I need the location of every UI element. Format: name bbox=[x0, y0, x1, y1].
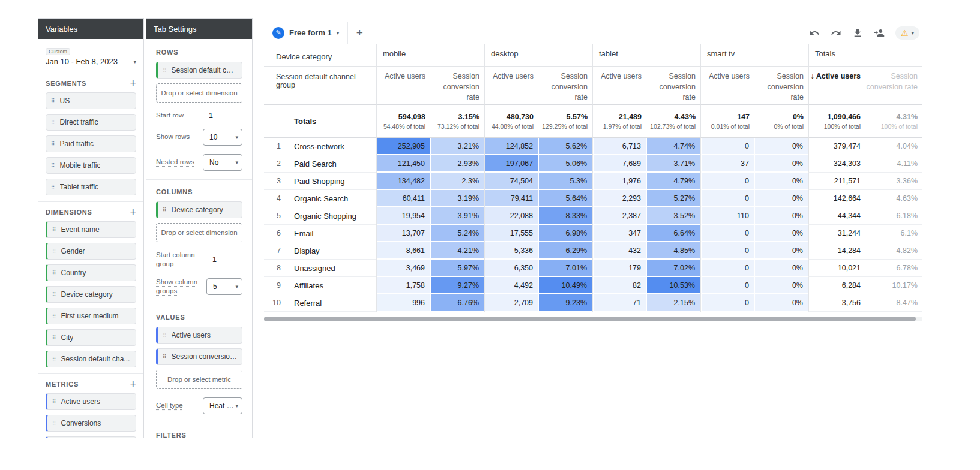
values-dropzone[interactable]: Drop or select metric bbox=[156, 370, 242, 389]
heat-cell[interactable]: 996 bbox=[376, 294, 430, 312]
columns-dimension-chip[interactable]: ⠿Device category bbox=[156, 201, 242, 218]
table-row-label[interactable]: 10Referral bbox=[264, 294, 376, 312]
heat-cell[interactable]: 0 bbox=[700, 294, 754, 312]
add-metric-button[interactable]: + bbox=[130, 380, 136, 388]
start-row-input[interactable]: 1 bbox=[203, 112, 242, 120]
heat-cell[interactable]: 0% bbox=[754, 190, 808, 207]
metric-chip[interactable]: ⠿Active users bbox=[46, 393, 136, 410]
heat-cell[interactable]: 10.49% bbox=[538, 277, 592, 294]
heat-cell[interactable]: 5.24% bbox=[430, 225, 484, 242]
start-column-group-input[interactable]: 1 bbox=[206, 255, 242, 264]
heat-cell[interactable]: 17,555 bbox=[484, 225, 538, 242]
heat-cell[interactable]: 0 bbox=[700, 277, 754, 294]
heat-cell[interactable]: 2.15% bbox=[646, 294, 700, 312]
heat-cell[interactable]: 0% bbox=[754, 225, 808, 242]
heat-cell[interactable]: 3.52% bbox=[646, 207, 700, 225]
heat-cell[interactable]: 179 bbox=[592, 260, 646, 277]
heat-cell[interactable]: 432 bbox=[592, 242, 646, 260]
tab-free-form-1[interactable]: ✎ Free form 1 ▾ bbox=[264, 22, 348, 44]
heat-cell[interactable]: 5.27% bbox=[646, 190, 700, 207]
column-header-active-users-sorted[interactable]: ↓ Active users bbox=[808, 67, 865, 105]
segment-chip[interactable]: ⠿Tablet traffic bbox=[46, 179, 136, 195]
column-header-session-conversion-rate[interactable]: Session conversion rate bbox=[646, 67, 700, 105]
heat-cell[interactable]: 0 bbox=[700, 173, 754, 190]
dimension-chip[interactable]: ⠿City bbox=[46, 329, 136, 346]
heat-cell[interactable]: 3.71% bbox=[646, 155, 700, 173]
heat-cell[interactable]: 5.06% bbox=[538, 155, 592, 173]
dimension-chip[interactable]: ⠿First user medium bbox=[46, 308, 136, 324]
columns-dropzone[interactable]: Drop or select dimension bbox=[156, 223, 242, 242]
heat-cell[interactable]: 4,492 bbox=[484, 277, 538, 294]
heat-cell[interactable]: 0% bbox=[754, 155, 808, 173]
heat-cell[interactable]: 3.19% bbox=[430, 190, 484, 207]
heat-cell[interactable]: 19,954 bbox=[376, 207, 430, 225]
totals-group-header[interactable]: Totals bbox=[808, 44, 922, 67]
segment-chip[interactable]: ⠿Mobile traffic bbox=[46, 157, 136, 174]
heat-cell[interactable]: 79,411 bbox=[484, 190, 538, 207]
device-group-header[interactable]: desktop bbox=[484, 44, 592, 67]
metric-chip[interactable]: ⠿Conversions bbox=[46, 415, 136, 432]
heat-cell[interactable]: 71 bbox=[592, 294, 646, 312]
column-header-active-users[interactable]: Active users bbox=[484, 67, 538, 105]
table-row-label[interactable]: 2Paid Search bbox=[264, 155, 376, 173]
heat-cell[interactable]: 121,450 bbox=[376, 155, 430, 173]
horizontal-scrollbar-thumb[interactable] bbox=[264, 317, 916, 321]
heat-cell[interactable]: 5,336 bbox=[484, 242, 538, 260]
nested-rows-select[interactable]: No ▾ bbox=[203, 154, 242, 171]
heat-cell[interactable]: 5.97% bbox=[430, 260, 484, 277]
heat-cell[interactable]: 2.93% bbox=[430, 155, 484, 173]
heat-cell[interactable]: 4.85% bbox=[646, 242, 700, 260]
heat-cell[interactable]: 0 bbox=[700, 138, 754, 155]
table-row-label[interactable]: 8Unassigned bbox=[264, 260, 376, 277]
heat-cell[interactable]: 0 bbox=[700, 260, 754, 277]
column-header-session-conversion-rate[interactable]: Session conversion rate bbox=[538, 67, 592, 105]
heat-cell[interactable]: 0% bbox=[754, 173, 808, 190]
device-group-header[interactable]: tablet bbox=[592, 44, 700, 67]
heat-cell[interactable]: 3.21% bbox=[430, 138, 484, 155]
heat-cell[interactable]: 0% bbox=[754, 260, 808, 277]
heat-cell[interactable]: 22,088 bbox=[484, 207, 538, 225]
column-header-session-conversion-rate[interactable]: Session conversion rate bbox=[430, 67, 484, 105]
heat-cell[interactable]: 74,504 bbox=[484, 173, 538, 190]
heat-cell[interactable]: 0% bbox=[754, 277, 808, 294]
heat-cell[interactable]: 2,293 bbox=[592, 190, 646, 207]
heat-cell[interactable]: 0% bbox=[754, 294, 808, 312]
values-metric-chip[interactable]: ⠿Session conversion... bbox=[156, 348, 242, 365]
heat-cell[interactable]: 0 bbox=[700, 225, 754, 242]
table-row-label[interactable]: 6Email bbox=[264, 225, 376, 242]
heat-cell[interactable]: 6.76% bbox=[430, 294, 484, 312]
column-header-session-conversion-rate[interactable]: Session conversion rate bbox=[754, 67, 808, 105]
heat-cell[interactable]: 3.91% bbox=[430, 207, 484, 225]
share-user-icon[interactable] bbox=[874, 28, 885, 38]
column-header-active-users[interactable]: Active users bbox=[376, 67, 430, 105]
minimize-tab-settings-button[interactable]: — bbox=[238, 25, 245, 33]
heat-cell[interactable]: 7.02% bbox=[646, 260, 700, 277]
heat-cell[interactable]: 3,469 bbox=[376, 260, 430, 277]
column-header-active-users[interactable]: Active users bbox=[592, 67, 646, 105]
heat-cell[interactable]: 10.53% bbox=[646, 277, 700, 294]
heat-cell[interactable]: 134,482 bbox=[376, 173, 430, 190]
table-row-label[interactable]: 3Paid Shopping bbox=[264, 173, 376, 190]
heat-cell[interactable]: 252,905 bbox=[376, 138, 430, 155]
heat-cell[interactable]: 1,758 bbox=[376, 277, 430, 294]
segment-chip[interactable]: ⠿US bbox=[46, 92, 136, 109]
dimension-chip[interactable]: ⠿Country bbox=[46, 264, 136, 281]
heat-cell[interactable]: 0 bbox=[700, 190, 754, 207]
heat-cell[interactable]: 0% bbox=[754, 138, 808, 155]
heat-cell[interactable]: 8,661 bbox=[376, 242, 430, 260]
table-row-label[interactable]: 7Display bbox=[264, 242, 376, 260]
heat-cell[interactable]: 124,852 bbox=[484, 138, 538, 155]
values-metric-chip[interactable]: ⠿Active users bbox=[156, 327, 242, 344]
heat-cell[interactable]: 5.3% bbox=[538, 173, 592, 190]
add-tab-button[interactable]: + bbox=[348, 22, 371, 44]
heat-cell[interactable]: 6.98% bbox=[538, 225, 592, 242]
table-row-label[interactable]: 9Affiliates bbox=[264, 277, 376, 294]
add-dimension-button[interactable]: + bbox=[130, 208, 136, 216]
heat-cell[interactable]: 7.01% bbox=[538, 260, 592, 277]
heat-cell[interactable]: 4.79% bbox=[646, 173, 700, 190]
heat-cell[interactable]: 4.74% bbox=[646, 138, 700, 155]
heat-cell[interactable]: 6,350 bbox=[484, 260, 538, 277]
heat-cell[interactable]: 13,707 bbox=[376, 225, 430, 242]
table-row-label[interactable]: 1Cross-network bbox=[264, 138, 376, 155]
heat-cell[interactable]: 6.64% bbox=[646, 225, 700, 242]
